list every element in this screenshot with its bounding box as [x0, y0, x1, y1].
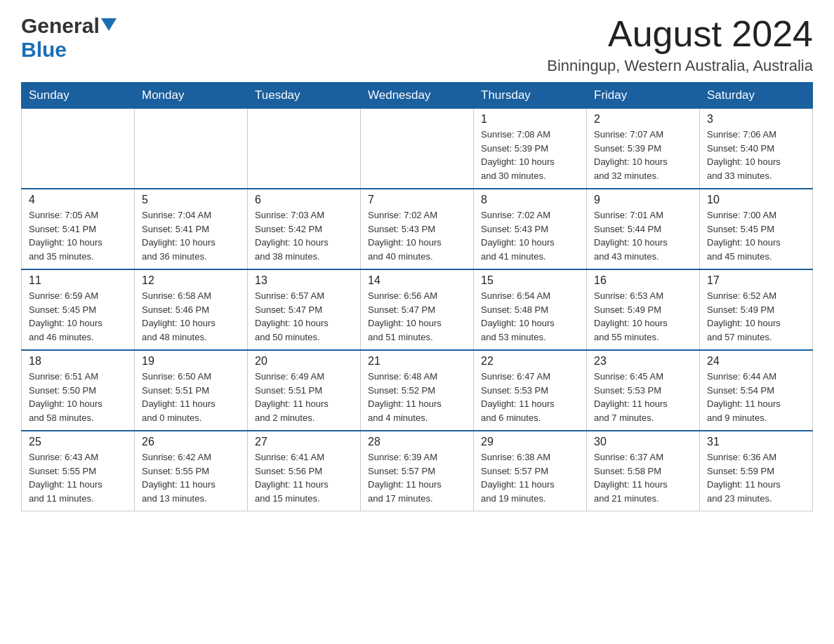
day-info: Sunrise: 6:56 AM Sunset: 5:47 PM Dayligh… [368, 289, 466, 344]
calendar-cell: 27Sunrise: 6:41 AM Sunset: 5:56 PM Dayli… [248, 431, 361, 511]
day-number: 11 [29, 274, 127, 287]
calendar-cell: 18Sunrise: 6:51 AM Sunset: 5:50 PM Dayli… [22, 350, 135, 431]
day-info: Sunrise: 6:36 AM Sunset: 5:59 PM Dayligh… [707, 450, 805, 505]
day-number: 15 [481, 274, 579, 287]
day-info: Sunrise: 7:07 AM Sunset: 5:39 PM Dayligh… [594, 128, 692, 182]
calendar-week-row: 18Sunrise: 6:51 AM Sunset: 5:50 PM Dayli… [22, 350, 813, 431]
calendar-cell: 30Sunrise: 6:37 AM Sunset: 5:58 PM Dayli… [587, 431, 700, 511]
day-info: Sunrise: 6:43 AM Sunset: 5:55 PM Dayligh… [29, 450, 127, 505]
calendar-cell: 6Sunrise: 7:03 AM Sunset: 5:42 PM Daylig… [248, 189, 361, 269]
day-info: Sunrise: 6:45 AM Sunset: 5:53 PM Dayligh… [594, 370, 692, 424]
day-number: 28 [368, 436, 466, 448]
day-number: 17 [707, 274, 805, 287]
calendar-cell: 21Sunrise: 6:48 AM Sunset: 5:52 PM Dayli… [361, 350, 474, 431]
day-info: Sunrise: 6:50 AM Sunset: 5:51 PM Dayligh… [142, 370, 240, 424]
calendar-cell: 7Sunrise: 7:02 AM Sunset: 5:43 PM Daylig… [361, 189, 474, 269]
day-info: Sunrise: 6:51 AM Sunset: 5:50 PM Dayligh… [29, 370, 127, 424]
calendar-cell: 26Sunrise: 6:42 AM Sunset: 5:55 PM Dayli… [135, 431, 248, 511]
calendar-cell: 17Sunrise: 6:52 AM Sunset: 5:49 PM Dayli… [700, 269, 813, 350]
day-number: 7 [368, 194, 466, 206]
day-info: Sunrise: 6:59 AM Sunset: 5:45 PM Dayligh… [29, 289, 127, 344]
day-info: Sunrise: 6:38 AM Sunset: 5:57 PM Dayligh… [481, 450, 579, 505]
calendar-cell: 20Sunrise: 6:49 AM Sunset: 5:51 PM Dayli… [248, 350, 361, 431]
day-number: 16 [594, 274, 692, 287]
day-number: 23 [594, 355, 692, 368]
day-info: Sunrise: 6:52 AM Sunset: 5:49 PM Dayligh… [707, 289, 805, 344]
day-number: 24 [707, 355, 805, 368]
day-info: Sunrise: 7:04 AM Sunset: 5:41 PM Dayligh… [142, 208, 240, 263]
calendar-cell: 29Sunrise: 6:38 AM Sunset: 5:57 PM Dayli… [474, 431, 587, 511]
day-info: Sunrise: 7:05 AM Sunset: 5:41 PM Dayligh… [29, 208, 127, 263]
logo: General Blue [21, 14, 117, 62]
calendar-cell: 14Sunrise: 6:56 AM Sunset: 5:47 PM Dayli… [361, 269, 474, 350]
day-number: 12 [142, 274, 240, 287]
weekday-header-wednesday: Wednesday [361, 83, 474, 109]
calendar-week-row: 25Sunrise: 6:43 AM Sunset: 5:55 PM Dayli… [22, 431, 813, 511]
day-info: Sunrise: 6:39 AM Sunset: 5:57 PM Dayligh… [368, 450, 466, 505]
calendar-cell [135, 109, 248, 189]
day-info: Sunrise: 6:42 AM Sunset: 5:55 PM Dayligh… [142, 450, 240, 505]
day-info: Sunrise: 7:02 AM Sunset: 5:43 PM Dayligh… [368, 208, 466, 263]
calendar-cell [248, 109, 361, 189]
day-number: 14 [368, 274, 466, 287]
calendar-cell: 31Sunrise: 6:36 AM Sunset: 5:59 PM Dayli… [700, 431, 813, 511]
day-info: Sunrise: 6:49 AM Sunset: 5:51 PM Dayligh… [255, 370, 353, 424]
day-number: 5 [142, 194, 240, 206]
calendar-cell: 5Sunrise: 7:04 AM Sunset: 5:41 PM Daylig… [135, 189, 248, 269]
day-info: Sunrise: 6:47 AM Sunset: 5:53 PM Dayligh… [481, 370, 579, 424]
day-info: Sunrise: 6:53 AM Sunset: 5:49 PM Dayligh… [594, 289, 692, 344]
day-info: Sunrise: 6:37 AM Sunset: 5:58 PM Dayligh… [594, 450, 692, 505]
day-number: 22 [481, 355, 579, 368]
day-number: 13 [255, 274, 353, 287]
day-info: Sunrise: 6:57 AM Sunset: 5:47 PM Dayligh… [255, 289, 353, 344]
calendar-cell: 23Sunrise: 6:45 AM Sunset: 5:53 PM Dayli… [587, 350, 700, 431]
day-number: 29 [481, 436, 579, 448]
day-info: Sunrise: 6:44 AM Sunset: 5:54 PM Dayligh… [707, 370, 805, 424]
day-info: Sunrise: 7:06 AM Sunset: 5:40 PM Dayligh… [707, 128, 805, 182]
day-number: 19 [142, 355, 240, 368]
weekday-header-row: SundayMondayTuesdayWednesdayThursdayFrid… [22, 83, 813, 109]
day-number: 1 [481, 113, 579, 126]
day-info: Sunrise: 7:08 AM Sunset: 5:39 PM Dayligh… [481, 128, 579, 182]
day-number: 4 [29, 194, 127, 206]
weekday-header-monday: Monday [135, 83, 248, 109]
svg-marker-0 [101, 18, 117, 31]
calendar-cell: 19Sunrise: 6:50 AM Sunset: 5:51 PM Dayli… [135, 350, 248, 431]
weekday-header-saturday: Saturday [700, 83, 813, 109]
calendar-week-row: 11Sunrise: 6:59 AM Sunset: 5:45 PM Dayli… [22, 269, 813, 350]
day-number: 18 [29, 355, 127, 368]
calendar-cell: 8Sunrise: 7:02 AM Sunset: 5:43 PM Daylig… [474, 189, 587, 269]
title-section: August 2024 Binningup, Western Australia… [547, 14, 813, 75]
calendar-cell: 4Sunrise: 7:05 AM Sunset: 5:41 PM Daylig… [22, 189, 135, 269]
day-info: Sunrise: 7:02 AM Sunset: 5:43 PM Dayligh… [481, 208, 579, 263]
weekday-header-tuesday: Tuesday [248, 83, 361, 109]
day-number: 9 [594, 194, 692, 206]
calendar-cell: 15Sunrise: 6:54 AM Sunset: 5:48 PM Dayli… [474, 269, 587, 350]
calendar-cell: 16Sunrise: 6:53 AM Sunset: 5:49 PM Dayli… [587, 269, 700, 350]
day-number: 27 [255, 436, 353, 448]
day-info: Sunrise: 6:48 AM Sunset: 5:52 PM Dayligh… [368, 370, 466, 424]
calendar-cell: 10Sunrise: 7:00 AM Sunset: 5:45 PM Dayli… [700, 189, 813, 269]
calendar-cell: 13Sunrise: 6:57 AM Sunset: 5:47 PM Dayli… [248, 269, 361, 350]
day-number: 25 [29, 436, 127, 448]
calendar-cell: 3Sunrise: 7:06 AM Sunset: 5:40 PM Daylig… [700, 109, 813, 189]
day-number: 26 [142, 436, 240, 448]
day-info: Sunrise: 7:03 AM Sunset: 5:42 PM Dayligh… [255, 208, 353, 263]
day-number: 20 [255, 355, 353, 368]
calendar-week-row: 4Sunrise: 7:05 AM Sunset: 5:41 PM Daylig… [22, 189, 813, 269]
calendar-cell: 12Sunrise: 6:58 AM Sunset: 5:46 PM Dayli… [135, 269, 248, 350]
month-title: August 2024 [547, 14, 813, 54]
calendar-cell: 2Sunrise: 7:07 AM Sunset: 5:39 PM Daylig… [587, 109, 700, 189]
calendar-cell [22, 109, 135, 189]
day-info: Sunrise: 6:41 AM Sunset: 5:56 PM Dayligh… [255, 450, 353, 505]
day-number: 21 [368, 355, 466, 368]
calendar-cell: 25Sunrise: 6:43 AM Sunset: 5:55 PM Dayli… [22, 431, 135, 511]
day-number: 8 [481, 194, 579, 206]
calendar-cell: 11Sunrise: 6:59 AM Sunset: 5:45 PM Dayli… [22, 269, 135, 350]
day-number: 31 [707, 436, 805, 448]
day-number: 3 [707, 113, 805, 126]
page-header: General Blue August 2024 Binningup, West… [21, 14, 813, 75]
weekday-header-thursday: Thursday [474, 83, 587, 109]
day-info: Sunrise: 7:00 AM Sunset: 5:45 PM Dayligh… [707, 208, 805, 263]
weekday-header-friday: Friday [587, 83, 700, 109]
